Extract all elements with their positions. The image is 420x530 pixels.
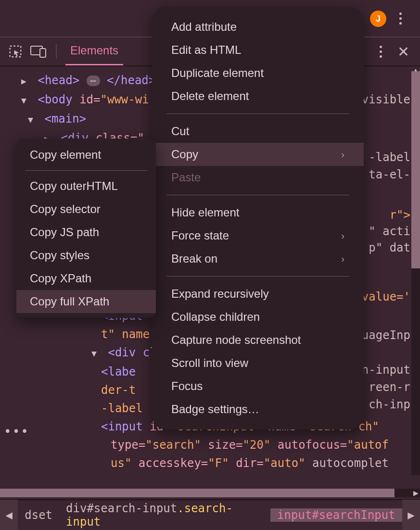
submenu-item-copy-xpath[interactable]: Copy XPath (16, 267, 156, 290)
menu-label: Edit as HTML (171, 43, 241, 57)
menu-item-delete-element[interactable]: Delete element (152, 85, 364, 108)
attr-frag: t" name (101, 328, 150, 341)
profile-avatar[interactable]: J (370, 11, 386, 27)
device-toolbar-icon[interactable] (30, 43, 47, 60)
scroll-thumb[interactable] (0, 489, 395, 497)
breadcrumb-id: #searchInput (312, 508, 395, 522)
submenu-item-copy-full-xpath[interactable]: Copy full XPath (16, 290, 156, 313)
menu-separator (166, 114, 349, 114)
chevron-right-icon: › (341, 230, 344, 241)
expand-arrow-icon[interactable] (28, 111, 38, 129)
menu-item-scroll-into-view[interactable]: Scroll into view (152, 352, 364, 375)
breadcrumb-item[interactable]: dset (18, 508, 59, 522)
menu-item-add-attribute[interactable]: Add attribute (152, 15, 364, 38)
menu-item-hide-element[interactable]: Hide element (152, 201, 364, 224)
attr-name: autofocus= (278, 438, 347, 452)
menu-separator (166, 195, 349, 195)
menu-item-duplicate-element[interactable]: Duplicate element (152, 62, 364, 85)
text-fragment: visible (362, 90, 410, 109)
devtools-menu-icon[interactable] (377, 43, 385, 61)
breadcrumb-label: dset (25, 508, 52, 522)
menu-item-expand-recursively[interactable]: Expand recursively (152, 282, 364, 305)
main-tag: <main> (44, 112, 86, 126)
head-close-tag: </head> (107, 74, 155, 87)
scroll-thumb[interactable] (411, 71, 420, 268)
text-fragment: n-input (362, 361, 410, 379)
attr-name: size= (208, 438, 242, 452)
div-tag: <div cl (108, 346, 156, 359)
menu-label: Focus (171, 379, 203, 393)
attr-name: accesskey= (139, 456, 208, 470)
text-fragment: ch-inp (369, 395, 410, 414)
attr-frag: us" (111, 456, 131, 470)
breadcrumb-scroll-right[interactable]: ▶ (402, 500, 420, 530)
context-menu: Add attribute Edit as HTML Duplicate ele… (152, 7, 364, 429)
expand-arrow-icon[interactable] (21, 91, 31, 110)
menu-label: Expand recursively (171, 287, 269, 301)
menu-item-badge-settings[interactable]: Badge settings… (152, 398, 364, 421)
expand-arrow-icon[interactable] (91, 344, 101, 363)
tab-elements[interactable]: Elements (65, 38, 123, 65)
menu-item-capture-node-screenshot[interactable]: Capture node screenshot (152, 328, 364, 352)
menu-item-break-on[interactable]: Break on › (152, 247, 364, 270)
attr-value: "auto" (264, 456, 305, 470)
menu-label: Hide element (171, 206, 239, 219)
attr-name: type= (111, 438, 145, 452)
menu-item-cut[interactable]: Cut (152, 120, 364, 143)
menu-item-collapse-children[interactable]: Collapse children (152, 305, 364, 328)
menu-label: Cut (171, 125, 189, 138)
breadcrumb-el: div (66, 502, 87, 515)
vertical-scrollbar[interactable]: ▲ (411, 71, 420, 475)
breadcrumb-item-selected[interactable]: input#searchInput (270, 508, 402, 522)
menu-item-edit-as-html[interactable]: Edit as HTML (152, 38, 364, 62)
scroll-right-icon[interactable]: ▶ (413, 489, 419, 497)
menu-label: Badge settings… (171, 403, 259, 416)
submenu-item-copy-element[interactable]: Copy element (16, 143, 156, 166)
close-devtools-button[interactable]: ✕ (394, 41, 413, 62)
submenu-item-copy-selector[interactable]: Copy selector (16, 198, 156, 221)
menu-label: Copy full XPath (30, 295, 109, 308)
input-tag: <input (101, 420, 143, 433)
label-tag: <labe (101, 365, 136, 379)
copy-submenu: Copy element Copy outerHTML Copy selecto… (16, 139, 156, 318)
submenu-item-copy-outerhtml[interactable]: Copy outerHTML (16, 175, 156, 198)
menu-label: Scroll into view (171, 356, 248, 370)
menu-item-paste: Paste (152, 166, 364, 189)
submenu-item-copy-js-path[interactable]: Copy JS path (16, 221, 156, 244)
menu-label: Copy selector (30, 202, 101, 215)
attr-value: "search" (145, 438, 201, 452)
submenu-item-copy-styles[interactable]: Copy styles (16, 244, 156, 267)
menu-label: Capture node screenshot (171, 333, 301, 347)
menu-label: Duplicate element (171, 66, 264, 80)
menu-label: Break on (171, 252, 217, 265)
menu-label: Copy XPath (30, 272, 91, 285)
attr-frag: der-t (101, 383, 136, 397)
ellipsis-badge[interactable]: ⋯ (87, 76, 100, 86)
text-fragment: -label (369, 148, 410, 166)
divider (56, 44, 57, 59)
breadcrumb-item[interactable]: div#search-input.search-input (59, 502, 270, 529)
menu-label: Force state (171, 229, 229, 242)
attr-frag: -label (101, 402, 143, 415)
menu-label: Copy element (30, 148, 101, 161)
attr-value: "www-wi (101, 93, 149, 106)
gutter-ellipsis-icon[interactable]: ••• (4, 422, 29, 441)
attr-value: "autof (347, 438, 389, 452)
menu-label: Copy outerHTML (30, 179, 118, 192)
inspect-element-icon[interactable] (7, 43, 24, 60)
text-fragment: uageInp (362, 326, 410, 344)
collapse-arrow-icon[interactable] (21, 72, 31, 90)
breadcrumb-scroll-left[interactable]: ◀ (0, 500, 18, 530)
body-tag: <body (38, 93, 72, 106)
menu-item-focus[interactable]: Focus (152, 375, 364, 398)
horizontal-scrollbar[interactable]: ◀ ▶ (0, 489, 420, 497)
menu-label: Paste (171, 171, 201, 184)
menu-separator (25, 170, 147, 171)
menu-item-force-state[interactable]: Force state › (152, 224, 364, 247)
attr-value: "F" (208, 456, 229, 470)
attr-frag: autocomplet (312, 456, 389, 470)
menu-label: Delete element (171, 89, 249, 103)
browser-menu-icon[interactable] (394, 9, 407, 28)
text-fragment: reen-r (369, 378, 410, 396)
menu-item-copy[interactable]: Copy › (152, 143, 364, 166)
